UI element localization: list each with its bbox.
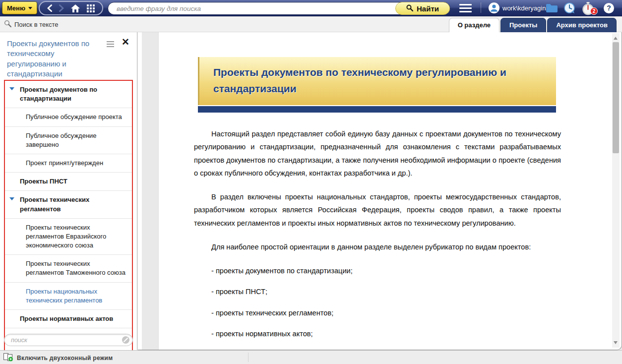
tree-item-standardization-docs[interactable]: Проекты документов по стандартизации: [5, 81, 132, 108]
tab-about-section[interactable]: О разделе: [449, 18, 499, 32]
find-button[interactable]: Найти: [395, 2, 450, 15]
find-button-label: Найти: [417, 4, 439, 13]
secondary-toolbar: Поиск в тексте О разделе Проекты Архив п…: [0, 16, 622, 32]
tree-item-label: Проекты технических регламентов Таможенн…: [26, 260, 125, 276]
tree-item-label: Публичное обсуждение завершено: [26, 132, 97, 148]
search-icon: [4, 20, 11, 29]
scrollbar-thumb[interactable]: [613, 42, 619, 153]
sidebar-title: Проекты документов по техническому регул…: [0, 32, 137, 83]
tree-item-label: Проекты нормативных актов: [20, 315, 113, 322]
tab-projects-archive[interactable]: Архив проектов: [547, 18, 617, 32]
menu-button[interactable]: Меню: [2, 1, 37, 14]
dual-window-icon: [3, 353, 14, 363]
menu-button-label: Меню: [7, 4, 25, 12]
search-icon: [406, 4, 413, 13]
home-button[interactable]: [71, 4, 80, 12]
list-item: - проекты ПНСТ;: [194, 285, 561, 298]
tree-item-eaeu-regulations[interactable]: Проекты технических регламентов Евразийс…: [5, 218, 132, 255]
search-in-text-label: Поиск в тексте: [14, 21, 59, 28]
list-item: - проекты документов по стандартизации;: [194, 264, 561, 277]
document-title-banner: Проекты документов по техническому регул…: [198, 57, 556, 105]
paragraph: Настоящий раздел представляет собой един…: [194, 127, 561, 180]
top-toolbar: Меню Найти: [0, 0, 622, 16]
banner-underline-bar: [198, 106, 556, 113]
chevron-down-icon: [28, 7, 32, 9]
tree-item-label: Проекты ПНСТ: [20, 178, 67, 185]
tree-item-label: Публичное обсуждение проекта: [26, 113, 122, 121]
sidebar-search: [4, 334, 133, 346]
document-panel: Проекты документов по техническому регул…: [138, 32, 622, 350]
user-avatar[interactable]: [489, 2, 499, 13]
tree-item-label: Проект принят/утвержден: [26, 159, 103, 167]
hamburger-menu-icon[interactable]: [459, 4, 472, 14]
sidebar-search-input[interactable]: [4, 334, 133, 346]
dual-window-toggle[interactable]: Включить двухоконный режим: [3, 353, 113, 363]
dual-window-label: Включить двухоконный режим: [17, 355, 113, 362]
back-button[interactable]: [47, 4, 52, 12]
tree-item-pnst-projects[interactable]: Проекты ПНСТ: [5, 172, 132, 190]
search-in-text-button[interactable]: Поиск в тексте: [4, 20, 59, 29]
list-item: - проекты нормативных актов;: [194, 327, 561, 340]
chevron-down-icon[interactable]: [9, 87, 14, 90]
sidebar: Проекты документов по техническому регул…: [0, 32, 137, 350]
tree-item-customs-union-regulations[interactable]: Проекты технических регламентов Таможенн…: [5, 254, 132, 282]
apps-grid-button[interactable]: [87, 4, 95, 12]
close-icon[interactable]: ✕: [122, 37, 129, 47]
main-region: Проекты документов по техническому регул…: [0, 32, 622, 350]
tree-item-tech-regulations[interactable]: Проекты технических регламентов: [5, 190, 132, 218]
username-label: work\kderyagina: [502, 4, 550, 12]
document-content: Проекты документов по техническому регул…: [159, 32, 609, 350]
toolbar-divider: [481, 2, 481, 13]
scroll-down-arrow[interactable]: [614, 341, 618, 344]
status-bar: Включить двухоконный режим: [0, 350, 622, 364]
tree-item-label: Проекты технических регламентов Евразийс…: [26, 224, 106, 249]
document-title: Проекты документов по техническому регул…: [213, 64, 546, 97]
history-clock-icon[interactable]: [564, 2, 575, 16]
list-item: - проекты технических регламентов;: [194, 306, 561, 319]
notification-badge: 2: [590, 7, 598, 15]
section-tabs: О разделе Проекты Архив проектов: [449, 18, 617, 32]
forward-button[interactable]: [59, 4, 64, 12]
sidebar-options-icon[interactable]: [107, 41, 114, 49]
tree-item-normative-acts[interactable]: Проекты нормативных актов: [5, 309, 132, 328]
statusbar-divider: [248, 353, 249, 362]
document-left-gutter: [142, 32, 159, 350]
tree-item-label: Проекты национальных технических регламе…: [26, 288, 102, 304]
paragraph: Для наиболее простой ориентации в данном…: [194, 241, 561, 253]
tree-item-label: Проекты документов по стандартизации: [20, 86, 97, 102]
paragraph: В раздел включены проекты национальных с…: [194, 190, 561, 230]
rubricator-tree: Проекты документов по стандартизации Пуб…: [4, 80, 133, 354]
chevron-down-icon[interactable]: [9, 197, 14, 200]
scroll-up-arrow[interactable]: [614, 37, 618, 40]
folder-icon[interactable]: [546, 3, 558, 15]
tab-projects[interactable]: Проекты: [500, 18, 546, 32]
tree-item-public-discussion[interactable]: Публичное обсуждение проекта: [5, 108, 132, 126]
tree-item-national-tech-regulations[interactable]: Проекты национальных технических регламе…: [5, 282, 132, 309]
tree-item-discussion-finished[interactable]: Публичное обсуждение завершено: [5, 126, 132, 154]
navigation-cluster: [39, 1, 103, 15]
clear-search-icon[interactable]: [122, 336, 130, 346]
tree-item-label: Проекты технических регламентов: [20, 196, 89, 212]
help-icon[interactable]: ?: [604, 3, 614, 13]
tree-item-project-approved[interactable]: Проект принят/утвержден: [5, 154, 132, 172]
vertical-scrollbar[interactable]: [612, 33, 620, 348]
